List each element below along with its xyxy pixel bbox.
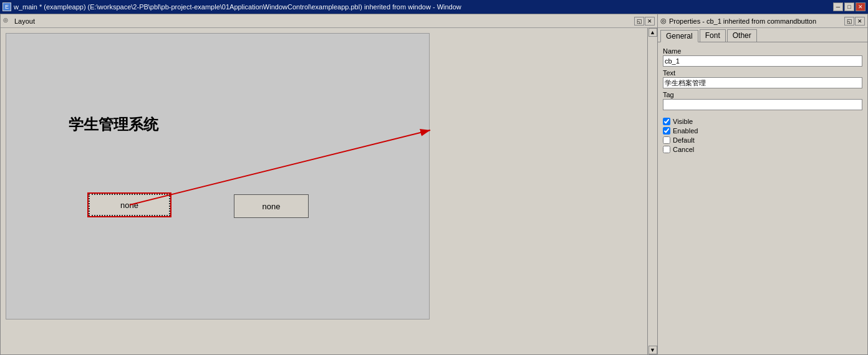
layout-panel-icon: ◎	[3, 17, 12, 26]
app-icon: E	[2, 2, 11, 11]
layout-panel-title: Layout	[14, 17, 35, 25]
properties-titlebar: ◎ Properties - cb_1 inherited from comma…	[658, 14, 867, 28]
cancel-row: Cancel	[663, 146, 862, 153]
enabled-label: Enabled	[673, 127, 698, 135]
tag-label: Tag	[663, 91, 862, 98]
tab-other[interactable]: Other	[727, 29, 757, 42]
button-none-selected[interactable]: none	[87, 192, 171, 217]
scroll-down-btn[interactable]: ▼	[649, 346, 657, 354]
enabled-row: Enabled	[663, 127, 862, 135]
main-area: ◎ Layout ◱ ✕ 学生管理系统 none none	[0, 14, 868, 355]
tab-general[interactable]: General	[660, 30, 698, 42]
properties-title: Properties - cb_1 inherited from command…	[669, 17, 816, 25]
button-none-2[interactable]: none	[234, 194, 309, 218]
properties-icon: ◎	[660, 17, 667, 25]
layout-restore-button[interactable]: ◱	[634, 17, 644, 26]
properties-content: Name Text Tag Visible Enabled	[658, 42, 867, 354]
canvas-inner: 学生管理系统 none none	[6, 33, 430, 320]
name-property-row: Name	[663, 47, 862, 67]
layout-scrollbar[interactable]: ▲ ▼	[647, 28, 657, 354]
visible-label: Visible	[673, 118, 693, 125]
name-input[interactable]	[663, 55, 862, 67]
scroll-up-btn[interactable]: ▲	[649, 28, 657, 37]
properties-restore-button[interactable]: ◱	[844, 17, 854, 26]
properties-tabs: General Font Other	[658, 28, 867, 42]
layout-close-button[interactable]: ✕	[645, 17, 655, 26]
visible-checkbox[interactable]	[663, 118, 670, 125]
chinese-title: 学生管理系统	[69, 115, 158, 135]
text-input[interactable]	[663, 77, 862, 88]
btn2-label: none	[263, 202, 281, 211]
btn1-label: none	[120, 201, 138, 210]
window-title: w_main * (exampleapp) (E:\workspace\2-PB…	[14, 3, 461, 11]
text-label: Text	[663, 69, 862, 77]
tab-font[interactable]: Font	[700, 29, 726, 42]
canvas-area: 学生管理系统 none none	[6, 33, 652, 355]
properties-panel: ◎ Properties - cb_1 inherited from comma…	[658, 14, 868, 355]
default-label: Default	[673, 136, 695, 144]
cancel-checkbox[interactable]	[663, 146, 670, 153]
layout-panel-titlebar: ◎ Layout ◱ ✕	[1, 14, 657, 28]
tag-property-row: Tag	[663, 91, 862, 110]
enabled-checkbox[interactable]	[663, 127, 670, 135]
visible-row: Visible	[663, 118, 862, 125]
tag-input[interactable]	[663, 99, 862, 110]
text-property-row: Text	[663, 69, 862, 88]
svg-line-1	[130, 130, 430, 205]
minimize-button[interactable]: ─	[833, 2, 843, 11]
title-bar: E w_main * (exampleapp) (E:\workspace\2-…	[0, 0, 868, 14]
window-close-button[interactable]: ✕	[856, 2, 866, 11]
arrow-overlay	[6, 34, 429, 319]
name-label: Name	[663, 47, 862, 55]
maximize-button[interactable]: □	[844, 2, 854, 11]
layout-panel: ◎ Layout ◱ ✕ 学生管理系统 none none	[0, 14, 658, 355]
cancel-label: Cancel	[673, 146, 694, 153]
properties-close-button[interactable]: ✕	[855, 17, 865, 26]
default-checkbox[interactable]	[663, 136, 670, 144]
default-row: Default	[663, 136, 862, 144]
